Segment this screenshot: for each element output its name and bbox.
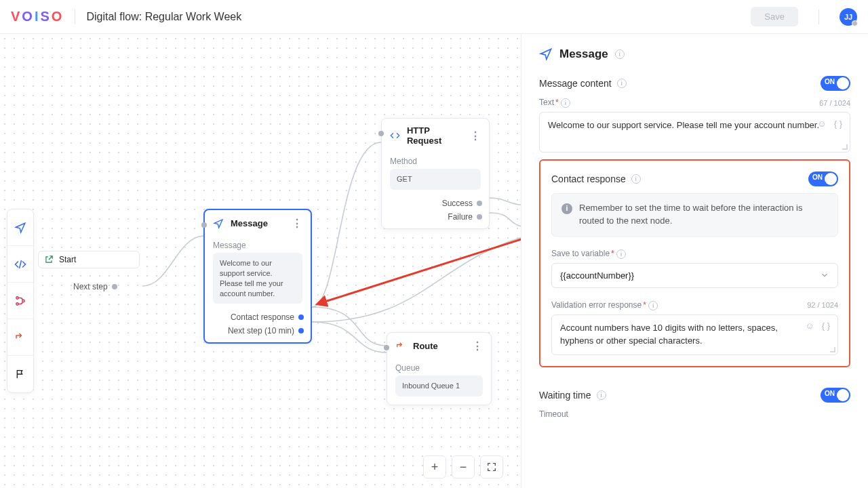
zoom-fit-button[interactable] [480,455,503,479]
zoom-in-button[interactable]: + [423,455,446,479]
divider [75,9,75,24]
app-header: VOISO Digital flow: Regular Work Week Sa… [0,0,868,34]
page-title: Digital flow: Regular Work Week [86,11,241,23]
tool-flag-icon[interactable] [7,356,33,392]
port-success[interactable]: Success [382,197,489,210]
svg-point-0 [16,296,18,298]
section-title: Message content [539,78,612,89]
tool-code-icon[interactable] [7,246,33,283]
emoji-icon[interactable]: ☺ [804,321,816,333]
message-content-header: Message content i ON [539,76,850,91]
svg-point-1 [16,302,18,304]
info-icon[interactable]: i [617,79,627,88]
expand-icon [486,462,497,472]
port-contact-response[interactable]: Contact response [205,310,311,324]
panel-title: Message [559,47,608,61]
waiting-time-toggle[interactable]: ON [821,388,850,403]
node-title: HTTP Request [407,125,463,146]
validation-label: Validation error response [551,300,642,310]
start-node[interactable]: Start [38,251,140,268]
message-text-input[interactable]: Welcome to our support service. Please t… [539,112,850,152]
contact-response-notice: i Remember to set the time to wait befor… [551,193,838,237]
select-value: {{accountNumber}} [560,270,634,281]
node-title: Message [231,218,268,228]
text-counter: 67 / 1024 [819,99,850,107]
emoji-icon[interactable]: ☺ [816,118,828,130]
route-queue-chip: Inbound Queue 1 [395,375,483,396]
svg-line-3 [323,239,524,302]
tool-send-icon[interactable] [7,209,33,246]
text-field-label: Text [539,98,554,107]
tool-branch-icon[interactable] [7,283,33,319]
port-failure[interactable]: Failure [382,210,489,228]
section-title: Waiting time [539,390,591,401]
node-section-label: Method [382,152,489,169]
node-section-label: Message [205,237,311,253]
save-variable-label: Save to variable [551,249,610,258]
node-menu-icon[interactable]: ⋮ [292,217,302,230]
node-toolbar [7,209,34,393]
info-icon[interactable]: i [631,174,641,184]
zoom-controls: + − [423,455,503,479]
text-value: Account numbers have 10 digits with no l… [560,323,778,346]
validation-counter: 92 / 1024 [807,301,838,309]
save-button[interactable]: Save [751,7,798,26]
info-icon[interactable]: i [648,301,658,310]
info-icon[interactable]: i [561,98,570,108]
save-variable-select[interactable]: {{accountNumber}} [551,263,838,288]
divider [818,9,819,24]
input-port[interactable] [201,222,207,228]
user-avatar[interactable]: JJ [840,8,857,26]
info-icon[interactable]: i [597,390,606,400]
send-icon [539,47,553,61]
properties-panel: Message i Message content i ON Text* i 6… [521,34,868,488]
variable-icon[interactable]: { } [820,321,832,333]
contact-response-toggle[interactable]: ON [808,171,838,186]
node-section-label: Queue [387,359,491,375]
code-icon [390,130,400,141]
text-value: Welcome to our support service. Please t… [548,120,819,130]
start-port[interactable]: Next step [73,282,117,291]
start-label: Start [59,255,76,264]
info-icon[interactable]: i [615,49,625,59]
resize-handle-icon[interactable] [842,144,848,150]
app-logo: VOISO [11,9,64,24]
node-menu-icon[interactable]: ⋮ [472,340,483,352]
contact-response-callout: Contact response i ON i Remember to set … [539,159,850,367]
start-icon [44,255,54,264]
chevron-down-icon [820,270,829,280]
http-request-node[interactable]: HTTP Request ⋮ Method GET Success Failur… [381,118,490,229]
message-content-toggle[interactable]: ON [821,76,850,91]
info-filled-icon: i [561,203,572,214]
zoom-out-button[interactable]: − [452,455,475,479]
redirect-icon [395,341,406,352]
input-port[interactable] [378,131,384,136]
svg-point-2 [22,300,24,302]
info-icon[interactable]: i [616,249,626,259]
input-port[interactable] [384,345,389,350]
annotation-arrow [311,235,528,316]
validation-text-input[interactable]: Account numbers have 10 digits with no l… [551,314,838,355]
notice-text: Remember to set the time to wait before … [579,202,828,228]
http-method-chip: GET [390,169,481,190]
message-node[interactable]: Message ⋮ Message Welcome to our support… [203,209,312,344]
node-menu-icon[interactable]: ⋮ [470,129,481,142]
tool-redirect-icon[interactable] [7,319,33,356]
flow-canvas[interactable]: Start Next step Message ⋮ Message Welcom… [0,34,521,488]
route-node[interactable]: Route ⋮ Queue Inbound Queue 1 [387,332,492,405]
resize-handle-icon[interactable] [830,347,835,352]
variable-icon[interactable]: { } [832,118,844,130]
send-icon [213,218,224,229]
section-title: Contact response [551,174,626,184]
node-title: Route [413,341,438,351]
timeout-label: Timeout [539,409,568,419]
port-next-step[interactable]: Next step (10 min) [205,324,311,342]
message-preview: Welcome to our support service. Please t… [213,253,302,304]
